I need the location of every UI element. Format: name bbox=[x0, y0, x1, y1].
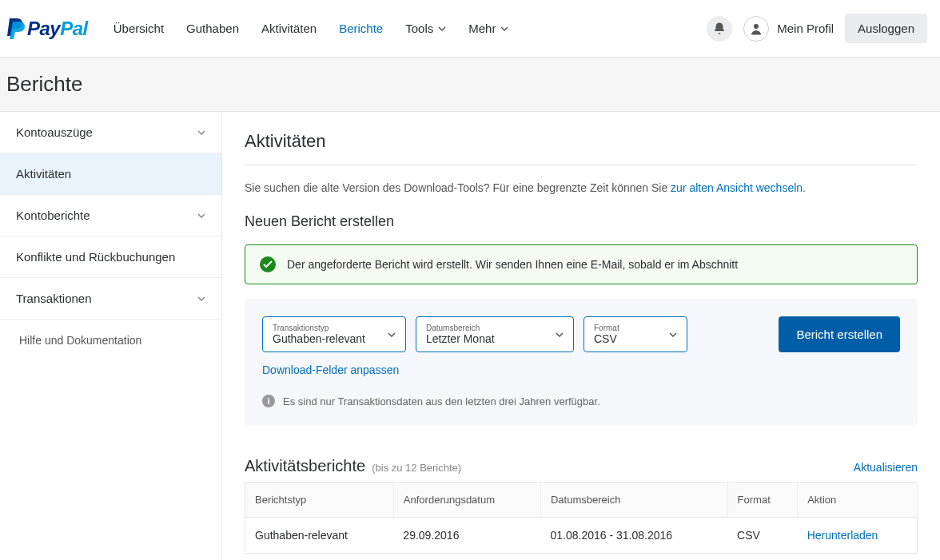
field-value: CSV bbox=[594, 332, 656, 345]
chevron-down-icon bbox=[438, 26, 446, 31]
sidebar-item-account-reports[interactable]: Kontoberichte bbox=[0, 195, 221, 236]
field-label: Datumsbereich bbox=[426, 324, 543, 332]
sidebar-item-disputes[interactable]: Konflikte und Rückbuchungen bbox=[0, 236, 221, 278]
nav-more[interactable]: Mehr bbox=[468, 22, 508, 35]
success-text: Der angeforderte Bericht wird erstellt. … bbox=[287, 258, 738, 271]
notifications-button[interactable] bbox=[707, 16, 732, 42]
nav-overview[interactable]: Übersicht bbox=[114, 22, 164, 35]
chevron-down-icon bbox=[197, 296, 205, 301]
col-date-range: Datumsbereich bbox=[540, 483, 727, 518]
availability-note: i Es sind nur Transaktionsdaten aus den … bbox=[262, 395, 900, 407]
chevron-down-icon bbox=[556, 332, 564, 337]
paypal-monogram-icon bbox=[6, 17, 27, 41]
transaction-type-select[interactable]: Transaktionstyp Guthaben-relevant bbox=[262, 316, 406, 352]
cell-date-range: 01.08.2016 - 31.08.2016 bbox=[540, 518, 727, 554]
chevron-down-icon bbox=[388, 332, 396, 337]
reports-table: Berichtstyp Anforderungsdatum Datumsbere… bbox=[245, 482, 918, 554]
sidebar-item-transactions[interactable]: Transaktionen bbox=[0, 278, 221, 320]
table-row: Guthaben-relevant 29.09.2016 01.08.2016 … bbox=[245, 518, 918, 554]
sidebar-item-statements[interactable]: Kontoauszüge bbox=[0, 112, 221, 153]
user-icon bbox=[749, 22, 763, 36]
checkmark-circle-icon bbox=[260, 256, 276, 272]
sidebar-item-label: Kontoauszüge bbox=[16, 125, 93, 139]
nav-balance[interactable]: Guthaben bbox=[186, 22, 239, 35]
col-report-type: Berichtstyp bbox=[245, 483, 394, 518]
date-range-select[interactable]: Datumsbereich Letzter Monat bbox=[416, 316, 574, 352]
divider bbox=[245, 165, 918, 165]
cell-request-date: 29.09.2016 bbox=[393, 518, 540, 554]
sidebar-item-activities[interactable]: Aktivitäten bbox=[0, 153, 221, 195]
customize-fields-link[interactable]: Download-Felder anpassen bbox=[262, 363, 399, 376]
legacy-view-link[interactable]: zur alten Ansicht wechseln bbox=[671, 181, 803, 194]
col-request-date: Anforderungsdatum bbox=[393, 483, 540, 518]
field-label: Format bbox=[594, 324, 656, 332]
nav-reports[interactable]: Berichte bbox=[339, 22, 383, 35]
field-label: Transaktionstyp bbox=[273, 324, 375, 332]
cell-report-type: Guthaben-relevant bbox=[245, 518, 394, 554]
chevron-down-icon bbox=[669, 332, 677, 337]
svg-point-0 bbox=[754, 24, 759, 29]
main-content: Aktivitäten Sie suchen die alte Version … bbox=[222, 112, 940, 560]
reports-list-subtitle: (bis zu 12 Berichte) bbox=[372, 462, 461, 474]
paypal-logo[interactable]: PayPal bbox=[6, 17, 94, 41]
nav-activities[interactable]: Aktivitäten bbox=[261, 22, 317, 35]
legacy-info-text: Sie suchen die alte Version des Download… bbox=[245, 181, 918, 194]
profile-label: Mein Profil bbox=[777, 22, 834, 35]
header: PayPal Übersicht Guthaben Aktivitäten Be… bbox=[0, 0, 940, 58]
cell-format: CSV bbox=[727, 518, 798, 554]
col-format: Format bbox=[727, 483, 798, 518]
field-value: Guthaben-relevant bbox=[273, 332, 375, 345]
info-icon: i bbox=[262, 395, 275, 407]
format-select[interactable]: Format CSV bbox=[584, 316, 687, 352]
cell-action: Herunterladen bbox=[798, 518, 918, 554]
logout-button[interactable]: Ausloggen bbox=[845, 14, 927, 43]
reports-list-title: Aktivitätsberichte bbox=[245, 457, 365, 475]
sidebar-item-label: Transaktionen bbox=[16, 292, 92, 305]
sidebar-item-label: Hilfe und Dokumentation bbox=[19, 334, 141, 347]
sidebar-item-help[interactable]: Hilfe und Dokumentation bbox=[0, 320, 221, 361]
chevron-down-icon bbox=[500, 26, 508, 31]
sidebar-item-label: Aktivitäten bbox=[16, 167, 71, 181]
page-title-bar: Berichte bbox=[0, 58, 940, 112]
chevron-down-icon bbox=[197, 213, 205, 218]
chevron-down-icon bbox=[197, 130, 205, 135]
main-nav: Übersicht Guthaben Aktivitäten Berichte … bbox=[114, 22, 509, 35]
col-action: Aktion bbox=[798, 483, 918, 518]
bell-icon bbox=[712, 22, 727, 36]
create-report-form: Transaktionstyp Guthaben-relevant Datums… bbox=[245, 299, 918, 425]
sidebar-item-label: Konflikte und Rückbuchungen bbox=[16, 250, 175, 264]
download-link[interactable]: Herunterladen bbox=[807, 529, 878, 542]
nav-tools[interactable]: Tools bbox=[405, 22, 446, 35]
create-report-title: Neuen Bericht erstellen bbox=[245, 213, 918, 230]
sidebar-item-label: Kontoberichte bbox=[16, 209, 90, 222]
success-banner: Der angeforderte Bericht wird erstellt. … bbox=[245, 244, 918, 284]
section-title: Aktivitäten bbox=[245, 131, 918, 152]
refresh-link[interactable]: Aktualisieren bbox=[854, 461, 918, 474]
profile-menu[interactable]: Mein Profil bbox=[743, 16, 834, 42]
create-report-button[interactable]: Bericht erstellen bbox=[779, 316, 900, 352]
table-header-row: Berichtstyp Anforderungsdatum Datumsbere… bbox=[245, 483, 918, 518]
page-title: Berichte bbox=[6, 72, 934, 97]
field-value: Letzter Monat bbox=[426, 332, 543, 345]
sidebar: Kontoauszüge Aktivitäten Kontoberichte K… bbox=[0, 112, 222, 560]
header-right: Mein Profil Ausloggen bbox=[707, 14, 927, 43]
